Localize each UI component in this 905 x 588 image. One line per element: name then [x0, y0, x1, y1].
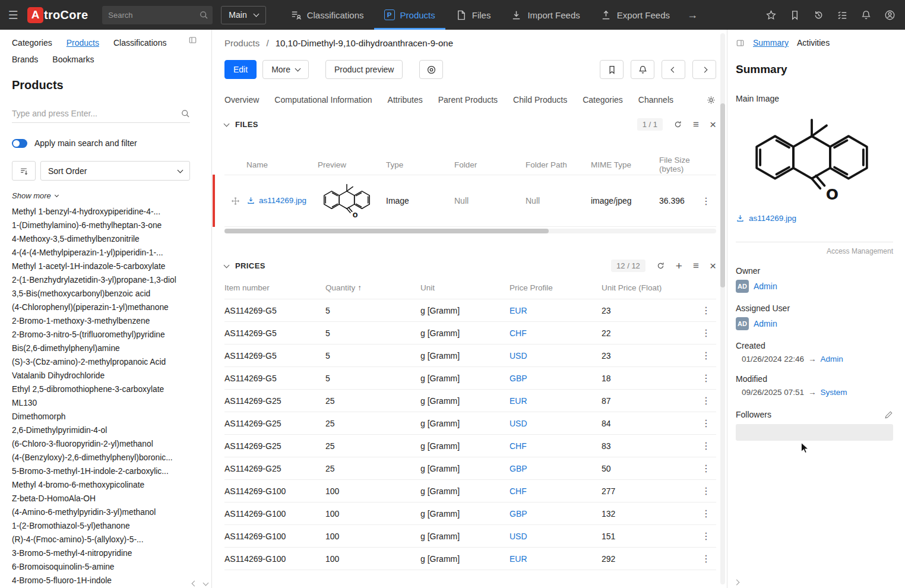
price-row[interactable]: AS114269-G5 5 g [Gramm] USD 23 ⋮ [224, 344, 716, 367]
product-list-item[interactable]: 3-Bromo-5-methyl-4-nitropyridine [12, 546, 202, 560]
sidebar-link-classifications[interactable]: Classifications [113, 38, 166, 48]
product-list-item[interactable]: (4-Chlorophenyl)(piperazin-1-yl)methanon… [12, 301, 202, 314]
collapse-sidebar-chevron-icon[interactable] [192, 581, 198, 587]
product-list-item[interactable]: Vatalanib Dihydrochloride [12, 369, 202, 382]
close-panel-icon[interactable]: × [710, 119, 716, 130]
sidebar-link-brands[interactable]: Brands [12, 55, 38, 64]
close-panel-icon[interactable]: × [710, 260, 716, 271]
product-list-item[interactable]: 4-Bromo-5-fluoro-1H-indole [12, 574, 202, 587]
refresh-icon[interactable] [673, 120, 682, 129]
main-image-file-link[interactable]: as114269.jpg [736, 214, 893, 223]
main-image[interactable] [736, 109, 888, 209]
product-list-item[interactable]: Ethyl 2,5-dibromothiophene-3-carboxylate [12, 382, 202, 396]
gear-icon[interactable] [706, 95, 716, 105]
nav-classifications[interactable]: Classifications [280, 0, 374, 30]
price-row[interactable]: AS114269-G25 25 g [Gramm] CHF 83 ⋮ [224, 435, 716, 457]
previous-record-button[interactable] [662, 60, 685, 79]
row-menu-icon[interactable]: ⋮ [696, 305, 716, 316]
row-menu-icon[interactable]: ⋮ [696, 530, 716, 542]
global-search-input[interactable] [102, 11, 195, 20]
bookmark-record-button[interactable] [600, 60, 624, 79]
column-file-size[interactable]: File Size (bytes) [659, 156, 696, 173]
product-list-item[interactable]: 4-(4-(4-Methylpiperazin-1-yl)piperidin-1… [12, 246, 202, 260]
search-icon[interactable] [195, 10, 213, 20]
product-list-item[interactable]: Methyl 1-benzyl-4-hydroxypiperidine-4-..… [12, 205, 202, 219]
edit-button[interactable]: Edit [224, 60, 257, 79]
product-list-item[interactable]: (4-(Benzyloxy)-2,6-dimethylphenyl)boroni… [12, 451, 202, 464]
drag-handle-icon[interactable] [224, 197, 246, 206]
price-row[interactable]: AS114269-G100 100 g [Gramm] GBP 132 ⋮ [224, 502, 716, 525]
bookmarks-icon[interactable] [783, 0, 806, 30]
sidebar-link-bookmarks[interactable]: Bookmarks [52, 55, 94, 64]
tab-overview[interactable]: Overview [224, 95, 259, 105]
follow-bell-button[interactable] [631, 60, 654, 79]
row-menu-icon[interactable]: ⋮ [696, 350, 716, 361]
column-mime-type[interactable]: MIME Type [591, 160, 659, 169]
product-list-item[interactable]: (4-Amino-6-methylpyridin-3-yl)methanol [12, 505, 202, 519]
tab-categories[interactable]: Categories [583, 95, 623, 105]
nav-files[interactable]: Files [445, 0, 501, 30]
main-vertical-scrollbar[interactable] [720, 33, 725, 584]
product-list-item[interactable]: 2,6-Dimethylpyrimidin-4-ol [12, 423, 202, 437]
price-profile-link[interactable]: USD [510, 532, 602, 541]
row-menu-icon[interactable]: ⋮ [696, 463, 716, 474]
menu-hamburger-icon[interactable]: ☰ [0, 8, 26, 22]
column-folder-path[interactable]: Folder Path [526, 160, 591, 169]
product-list-item[interactable]: Methyl 1-acetyl-1H-indazole-5-carboxylat… [12, 260, 202, 273]
scrollbar-thumb[interactable] [720, 103, 725, 287]
expand-right-panel-chevron-icon[interactable] [734, 580, 740, 586]
tab-attributes[interactable]: Attributes [388, 95, 423, 105]
row-menu-icon[interactable]: ⋮ [696, 418, 716, 429]
scrollbar-thumb[interactable] [224, 229, 549, 233]
product-list-item[interactable]: 2-(1-Benzhydrylazetidin-3-yl)propane-1,3… [12, 273, 202, 287]
price-row[interactable]: AS114269-G25 25 g [Gramm] EUR 87 ⋮ [224, 390, 716, 412]
notifications-bell-icon[interactable] [854, 0, 878, 30]
favorites-star-icon[interactable] [759, 0, 783, 30]
tab-channels[interactable]: Channels [638, 95, 673, 105]
sort-order-select[interactable]: Sort Order [40, 161, 190, 181]
row-menu-icon[interactable]: ⋮ [696, 195, 716, 207]
price-row[interactable]: AS114269-G100 100 g [Gramm] CHF 277 ⋮ [224, 480, 716, 502]
product-list-item[interactable]: 2-Bromo-3-nitro-5-(trifluoromethyl)pyrid… [12, 328, 202, 342]
price-profile-link[interactable]: GBP [510, 374, 602, 383]
file-name-link[interactable]: as114269.jpg [246, 195, 307, 207]
price-row[interactable]: AS114269-G5 5 g [Gramm] CHF 22 ⋮ [224, 322, 716, 344]
price-profile-link[interactable]: USD [510, 419, 602, 428]
price-profile-link[interactable]: USD [510, 351, 602, 361]
price-profile-link[interactable]: EUR [510, 554, 602, 564]
product-list-item[interactable]: (R)-4-(Fmoc-amino)-5-(allyloxy)-5-... [12, 533, 202, 546]
column-unit-price[interactable]: Unit Price (Float) [602, 283, 696, 292]
product-list-item[interactable]: 2-Bromo-1-methoxy-3-methylbenzene [12, 314, 202, 328]
column-price-profile[interactable]: Price Profile [510, 283, 602, 292]
product-list-item[interactable]: 3,5-Bis(methoxycarbonyl)benzoic acid [12, 287, 202, 301]
panel-menu-icon[interactable]: ≡ [693, 119, 699, 131]
price-profile-link[interactable]: GBP [510, 464, 602, 473]
history-icon[interactable] [806, 0, 830, 30]
product-list-item[interactable]: Methyl 4-bromo-6-methoxypicolinate [12, 478, 202, 492]
user-avatar-icon[interactable] [878, 0, 901, 30]
access-management-link[interactable]: Access Management [736, 247, 893, 255]
column-quantity[interactable]: Quantity↑ [325, 283, 420, 292]
price-profile-link[interactable]: GBP [510, 509, 602, 519]
product-list-item[interactable]: ML130 [12, 396, 202, 410]
files-horizontal-scrollbar[interactable] [224, 229, 716, 233]
column-folder[interactable]: Folder [454, 160, 526, 169]
product-list-item[interactable]: (S)-3-(Cbz-amino)-2-methylpropanoic Acid [12, 355, 202, 369]
workspace-select[interactable]: Main [221, 6, 265, 24]
more-button[interactable]: More [262, 60, 309, 79]
followers-field[interactable] [736, 424, 893, 441]
owner-link[interactable]: Admin [754, 282, 777, 291]
product-list-item[interactable]: 1-(2-Bromothiazol-5-yl)ethanone [12, 519, 202, 533]
next-record-button[interactable] [692, 60, 716, 79]
row-menu-icon[interactable]: ⋮ [696, 508, 716, 519]
collapse-files-chevron-icon[interactable] [224, 121, 230, 127]
nav-import-feeds[interactable]: Import Feeds [501, 0, 590, 30]
price-profile-link[interactable]: EUR [510, 396, 602, 406]
product-list-item[interactable]: 1-(Dimethylamino)-6-methylheptan-3-one [12, 219, 202, 232]
show-more-link[interactable]: Show more [12, 191, 202, 200]
price-profile-link[interactable]: CHF [510, 441, 602, 451]
price-row[interactable]: AS114269-G100 100 g [Gramm] USD 151 ⋮ [224, 525, 716, 548]
tab-summary[interactable]: Summary [753, 38, 789, 48]
sidebar-link-products[interactable]: Products [67, 38, 99, 48]
collapse-left-panel-icon[interactable] [188, 36, 197, 45]
